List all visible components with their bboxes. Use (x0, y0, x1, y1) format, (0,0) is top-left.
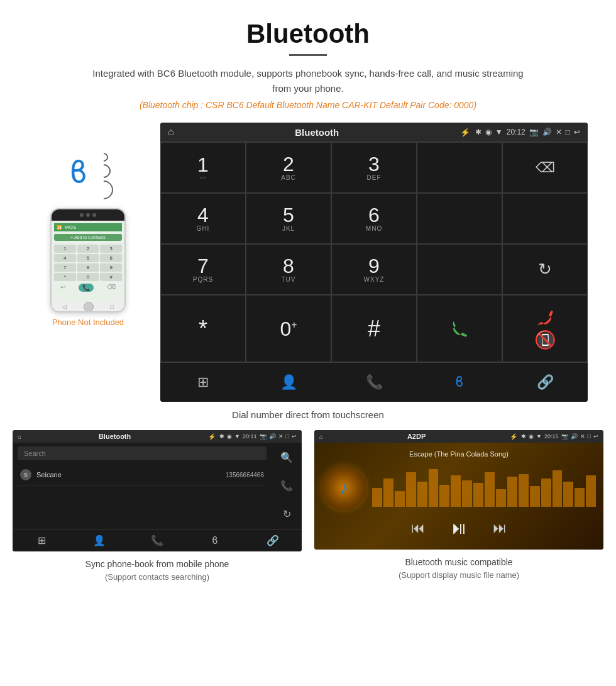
dial-empty-4 (417, 244, 502, 295)
car-status-icons: ✱ ◉ ▼ 20:12 📷 🔊 ✕ □ ↩ (475, 128, 580, 136)
dial-key-5[interactable]: 5 JKL (246, 193, 331, 244)
music-status-icons: ✱ ◉ ▼ 20:15 📷 🔊 ✕ □ ↩ (521, 433, 598, 440)
phone-key-2[interactable]: 2 (77, 245, 99, 253)
music-back-icon[interactable]: ↩ (593, 433, 598, 440)
dial-backspace-button[interactable]: ⌫ (502, 142, 588, 193)
phone-key-9[interactable]: 9 (100, 263, 122, 272)
music-time: 20:15 (544, 433, 559, 440)
wave-large-icon (91, 177, 117, 203)
contacts-nav-bt[interactable]: ϐ (186, 534, 244, 546)
dial-refresh-button[interactable]: ↻ (502, 244, 588, 295)
dial-key-9[interactable]: 9 WXYZ (331, 244, 417, 295)
contacts-nav-phone[interactable]: 📞 (128, 534, 186, 546)
music-home-icon[interactable]: ⌂ (319, 433, 323, 440)
contacts-nav-link[interactable]: 🔗 (244, 534, 302, 546)
signal-waves-icon (97, 153, 113, 199)
dial-key-7[interactable]: 7 PQRS (160, 244, 246, 295)
contacts-search-icon[interactable]: 🔍 (275, 446, 298, 468)
music-status-bar: ⌂ A2DP ⚡ ✱ ◉ ▼ 20:15 📷 🔊 ✕ □ ↩ (314, 430, 603, 443)
contacts-x-icon[interactable]: ✕ (278, 433, 283, 440)
call-green-button[interactable] (417, 295, 502, 362)
phone-key-5[interactable]: 5 (77, 254, 99, 262)
contacts-cam-icon: 📷 (260, 433, 267, 440)
music-controls: ⏮ ⏯ ⏭ (322, 510, 596, 542)
phone-dot (92, 213, 96, 217)
dial-key-6[interactable]: 6 MNO (331, 193, 417, 244)
spec-line: (Bluetooth chip : CSR BC6 Default Blueto… (13, 100, 603, 110)
bluetooth-status-icon: ✱ (475, 128, 481, 136)
phone-mockup: 📶MOS + Add to Contacts 1 2 3 4 5 6 7 8 9… (50, 208, 126, 313)
dial-key-8[interactable]: 8 TUV (246, 244, 331, 295)
phone-top-bar (52, 209, 124, 221)
volume-icon: 🔊 (542, 128, 552, 136)
contacts-caption: Sync phone-book from mobile phone (Suppo… (85, 558, 229, 584)
music-section: ⌂ A2DP ⚡ ✱ ◉ ▼ 20:15 📷 🔊 ✕ □ ↩ Escape (T… (314, 430, 603, 584)
music-x-icon[interactable]: ✕ (580, 433, 585, 440)
nav-grid-button[interactable]: ⊞ (160, 370, 246, 394)
contacts-vol-icon: 🔊 (269, 433, 276, 440)
music-note-icon: ♪ (339, 478, 348, 498)
contacts-home-icon[interactable]: ⌂ (18, 433, 21, 440)
phone-key-4[interactable]: 4 (54, 254, 76, 262)
wifi-icon: ▼ (495, 128, 503, 136)
dial-key-hash[interactable]: # (331, 295, 417, 362)
phone-key-hash[interactable]: # (100, 273, 122, 281)
nav-bluetooth-button[interactable]: ϐ (417, 370, 502, 394)
viz-bar (541, 479, 551, 507)
page-title: Bluetooth (13, 19, 603, 49)
phone-key-0[interactable]: 0 (77, 273, 99, 281)
car-screen-title: Bluetooth (179, 127, 455, 138)
contact-row[interactable]: S Seicane 13566664466 (18, 464, 267, 486)
nav-link-button[interactable]: 🔗 (502, 370, 588, 394)
dial-key-star[interactable]: * (160, 295, 246, 362)
viz-bar (439, 485, 449, 507)
contacts-usb-icon: ⚡ (208, 433, 216, 440)
back-icon[interactable]: ↩ (574, 128, 580, 136)
phone-home-button[interactable] (84, 302, 94, 312)
contacts-mini-screen: ⌂ Bluetooth ⚡ ✱ ◉ ▼ 20:11 📷 🔊 ✕ □ ↩ (13, 430, 302, 551)
contacts-time: 20:11 (243, 433, 257, 440)
viz-bar (429, 469, 439, 507)
next-track-button[interactable]: ⏭ (493, 520, 507, 536)
viz-bar (485, 472, 495, 507)
viz-bar (383, 479, 393, 507)
dial-key-0[interactable]: 0+ (246, 295, 331, 362)
phone-key-3[interactable]: 3 (100, 245, 122, 253)
contacts-refresh-icon[interactable]: ↻ (278, 503, 296, 525)
phone-add-contacts-btn[interactable]: + Add to Contacts (54, 234, 122, 241)
viz-bar (530, 486, 540, 507)
dial-key-2[interactable]: 2 ABC (246, 142, 331, 193)
play-pause-button[interactable]: ⏯ (450, 517, 468, 538)
dial-key-4[interactable]: 4 GHI (160, 193, 246, 244)
phone-key-1[interactable]: 1 (54, 245, 76, 253)
contacts-inner: Search S Seicane 13566664466 🔍 📞 ↻ (13, 443, 302, 529)
contacts-main: Search S Seicane 13566664466 (13, 443, 272, 529)
phone-key-star[interactable]: * (54, 273, 76, 281)
viz-bar (575, 488, 585, 507)
viz-bar (451, 475, 461, 507)
contacts-back-icon[interactable]: ↩ (292, 433, 297, 440)
bottom-row: ⌂ Bluetooth ⚡ ✱ ◉ ▼ 20:11 📷 🔊 ✕ □ ↩ (0, 430, 616, 584)
contacts-nav-grid[interactable]: ⊞ (13, 534, 70, 546)
contact-number: 13566664466 (226, 472, 264, 479)
contacts-bt-icon: ✱ (219, 433, 224, 440)
end-call-button[interactable]: 📵 (502, 295, 588, 362)
phone-key-8[interactable]: 8 (77, 263, 99, 272)
nav-contacts-button[interactable]: 👤 (246, 370, 331, 394)
phone-dialpad: 1 2 3 4 5 6 7 8 9 * 0 # (54, 245, 122, 281)
phone-screen-bar: 📶MOS (54, 223, 122, 231)
dial-key-3[interactable]: 3 DEF (331, 142, 417, 193)
prev-track-button[interactable]: ⏮ (411, 520, 425, 536)
viz-bar (417, 482, 427, 507)
contacts-search-input[interactable]: Search (18, 446, 267, 460)
phone-key-7[interactable]: 7 (54, 263, 76, 272)
nav-phone-button[interactable]: 📞 (331, 370, 417, 394)
viz-bar (553, 470, 563, 507)
dial-key-1[interactable]: 1 ○○ (160, 142, 246, 193)
contacts-phone-icon[interactable]: 📞 (275, 475, 298, 497)
wave-small-icon (97, 151, 110, 163)
close-icon[interactable]: ✕ (556, 128, 562, 136)
phone-key-6[interactable]: 6 (100, 254, 122, 262)
car-home-icon[interactable]: ⌂ (168, 126, 174, 138)
contacts-nav-person[interactable]: 👤 (70, 534, 128, 546)
